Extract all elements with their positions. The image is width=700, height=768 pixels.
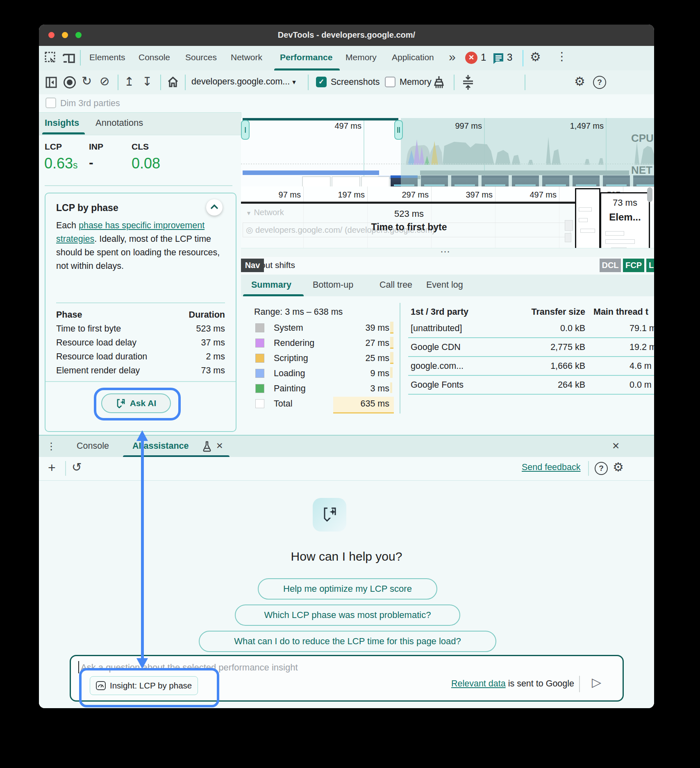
issues-icon[interactable] bbox=[492, 52, 505, 64]
party-cell[interactable]: Google CDN bbox=[411, 342, 461, 352]
close-ai-tab-icon[interactable]: ✕ bbox=[216, 441, 223, 451]
ask-ai-button[interactable]: Ask AI bbox=[101, 393, 171, 413]
ai-spark-tile bbox=[313, 498, 346, 532]
new-chat-icon[interactable]: + bbox=[48, 460, 56, 475]
overview-time-label: 1,497 ms bbox=[552, 121, 604, 131]
divider bbox=[308, 75, 309, 90]
transfer-cell: 0.0 kB bbox=[503, 323, 585, 334]
tab-sources[interactable]: Sources bbox=[185, 52, 217, 62]
device-toolbar-icon[interactable] bbox=[63, 52, 76, 64]
disclaimer: Relevant data is sent to Google bbox=[451, 679, 574, 689]
toggle-sidebar-icon[interactable] bbox=[45, 77, 57, 88]
screenshots-checkbox[interactable]: ✓ bbox=[316, 77, 327, 87]
tick bbox=[431, 186, 432, 204]
memory-label: Memory bbox=[400, 77, 432, 87]
inspect-element-icon[interactable] bbox=[45, 52, 57, 64]
save-profile-icon[interactable]: ↧ bbox=[142, 75, 152, 89]
garbage-collect-icon[interactable] bbox=[433, 75, 446, 89]
tab-call-tree[interactable]: Call tree bbox=[380, 280, 412, 290]
send-feedback-link[interactable]: Send feedback bbox=[522, 462, 580, 473]
dcl-badge: DCL bbox=[600, 259, 621, 272]
menu-dots-icon[interactable]: ⋮ bbox=[556, 50, 568, 63]
network-group-label[interactable]: ▼ Network bbox=[246, 208, 284, 217]
drawer-tab-console[interactable]: Console bbox=[77, 441, 109, 451]
filmstrip-frame-empty[interactable] bbox=[302, 176, 331, 186]
tab-memory[interactable]: Memory bbox=[345, 52, 377, 62]
ai-spark-icon bbox=[116, 398, 126, 408]
swatch-scripting bbox=[255, 354, 264, 363]
tab-summary[interactable]: Summary bbox=[251, 280, 291, 290]
tick-label: 497 ms bbox=[511, 190, 557, 200]
details-tabbar: Summary Bottom-up Call tree Event log bbox=[241, 275, 654, 297]
selection-range-bar bbox=[243, 118, 398, 120]
ask-ai-label: Ask AI bbox=[130, 398, 157, 408]
home-icon[interactable] bbox=[167, 76, 179, 88]
range-handle-right[interactable]: || bbox=[394, 120, 403, 140]
more-tabs-icon[interactable]: » bbox=[449, 50, 454, 64]
tab-event-log[interactable]: Event log bbox=[426, 280, 463, 290]
tab-performance[interactable]: Performance bbox=[280, 52, 332, 62]
settings-gear-icon[interactable]: ⚙ bbox=[530, 50, 541, 64]
category-mark bbox=[390, 337, 393, 349]
ai-help-icon[interactable]: ? bbox=[595, 462, 608, 475]
help-icon[interactable]: ? bbox=[593, 76, 606, 89]
tab-application[interactable]: Application bbox=[392, 52, 434, 62]
tab-annotations[interactable]: Annotations bbox=[95, 118, 143, 128]
category-value: 25 ms bbox=[307, 353, 389, 364]
tab-insights[interactable]: Insights bbox=[45, 118, 79, 128]
phase-row-value: 523 ms bbox=[56, 324, 225, 334]
tab-console[interactable]: Console bbox=[139, 52, 170, 62]
party-cell[interactable]: Google Fonts bbox=[411, 380, 464, 390]
main-cell: 0.0 m bbox=[630, 380, 652, 390]
page-selector[interactable]: developers.google.com... ▾ bbox=[191, 77, 296, 87]
drawer-menu-dots-icon[interactable]: ⋮ bbox=[46, 441, 56, 452]
annotation-arrow-line bbox=[141, 440, 144, 659]
category-label: Painting bbox=[274, 384, 306, 394]
error-count[interactable]: 1 bbox=[481, 52, 486, 63]
divider bbox=[523, 50, 523, 66]
memory-checkbox[interactable] bbox=[385, 77, 395, 87]
total-label: Total bbox=[274, 399, 292, 409]
category-mark bbox=[390, 382, 392, 393]
tab-network[interactable]: Network bbox=[231, 52, 262, 62]
row-separator bbox=[408, 356, 654, 357]
send-icon[interactable]: ▷ bbox=[592, 675, 601, 689]
main-cell: 4.6 m bbox=[630, 361, 652, 371]
record-icon[interactable] bbox=[64, 76, 76, 89]
timeline-overview[interactable]: 497 ms 997 ms 1,497 ms CPU NET | || bbox=[241, 118, 654, 186]
filmstrip-frame-empty[interactable] bbox=[332, 176, 360, 186]
tab-bottom-up[interactable]: Bottom-up bbox=[313, 280, 353, 290]
sidebar-tabbar: Insights Annotations bbox=[39, 112, 241, 135]
suggestion-chip-2[interactable]: Which LCP phase was most problematic? bbox=[235, 604, 460, 626]
metric-cls-value: 0.08 bbox=[132, 155, 160, 172]
load-profile-icon[interactable]: ↥ bbox=[124, 75, 134, 89]
experiment-flask-icon bbox=[202, 441, 212, 452]
collapse-timings-icon[interactable] bbox=[461, 74, 475, 91]
clear-icon[interactable]: ⊘ bbox=[100, 74, 109, 88]
history-icon[interactable]: ↺ bbox=[72, 460, 82, 474]
collapsed-tracks-row[interactable]: ⋯ bbox=[241, 248, 654, 258]
panel-tabbar: Elements Console Sources Network Perform… bbox=[39, 46, 654, 71]
suggestion-chip-1[interactable]: Help me optimize my LCP score bbox=[258, 578, 437, 600]
range-handle-left[interactable]: | bbox=[241, 120, 250, 140]
panel-settings-gear-icon[interactable]: ⚙ bbox=[574, 74, 585, 89]
devtools-window: DevTools - developers.google.com/ Elemen… bbox=[39, 25, 654, 708]
relevant-data-link[interactable]: Relevant data bbox=[451, 679, 506, 688]
chevron-down-icon: ▾ bbox=[292, 78, 296, 86]
close-drawer-icon[interactable]: ✕ bbox=[612, 441, 620, 452]
scrollbar-thumb[interactable] bbox=[647, 187, 652, 202]
reload-record-icon[interactable]: ↻ bbox=[82, 74, 92, 88]
divider bbox=[454, 75, 455, 90]
overview-time-label: 497 ms bbox=[316, 121, 361, 131]
filmstrip-frame-empty[interactable] bbox=[361, 176, 390, 186]
tab-elements[interactable]: Elements bbox=[89, 52, 125, 62]
dim-checkbox[interactable] bbox=[45, 98, 56, 108]
error-icon[interactable]: ✕ bbox=[465, 52, 477, 64]
party-cell[interactable]: google.com... bbox=[411, 361, 464, 371]
collapse-card-button[interactable] bbox=[206, 199, 223, 216]
ai-settings-gear-icon[interactable]: ⚙ bbox=[613, 460, 624, 474]
suggestion-chip-3[interactable]: What can I do to reduce the LCP time for… bbox=[199, 631, 496, 652]
category-value: 3 ms bbox=[307, 384, 389, 394]
party-cell[interactable]: [unattributed] bbox=[411, 323, 462, 334]
issue-count[interactable]: 3 bbox=[507, 52, 512, 63]
